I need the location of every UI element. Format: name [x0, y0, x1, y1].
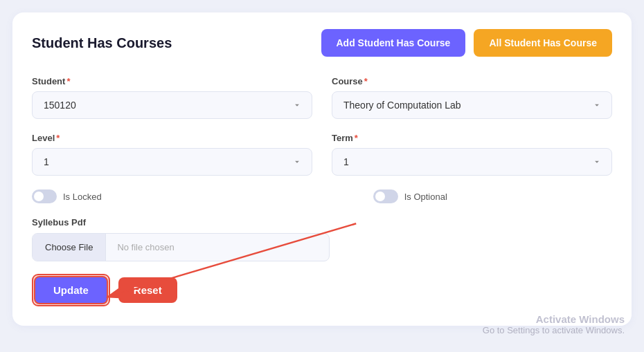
file-input-row: Choose File No file chosen	[32, 233, 330, 261]
is-optional-toggle-item: Is Optional	[373, 189, 447, 203]
is-locked-toggle[interactable]	[32, 189, 57, 203]
level-label: Level*	[32, 133, 312, 143]
file-name-display: No file chosen	[106, 234, 329, 261]
course-group: Course* Theory of Computation Lab	[332, 76, 612, 119]
is-optional-label: Is Optional	[404, 192, 447, 202]
toggle-row: Is Locked Is Optional	[32, 189, 612, 203]
student-select[interactable]: 150120	[32, 91, 312, 119]
is-optional-toggle[interactable]	[373, 189, 398, 203]
all-student-has-course-button[interactable]: All Student Has Course	[474, 29, 612, 57]
student-course-row: Student* 150120 Course* Theory of Comput…	[32, 76, 612, 119]
watermark-subtitle: Go to Settings to activate Windows.	[483, 325, 625, 335]
card-header: Student Has Courses Add Student Has Cour…	[32, 29, 612, 57]
page-title: Student Has Courses	[32, 35, 172, 51]
header-buttons: Add Student Has Course All Student Has C…	[321, 29, 613, 57]
student-group: Student* 150120	[32, 76, 312, 119]
term-select[interactable]: 1	[332, 148, 612, 176]
course-label: Course*	[332, 76, 612, 86]
syllabus-label: Syllebus Pdf	[32, 217, 612, 228]
action-buttons: Update Reset	[32, 274, 612, 306]
course-select[interactable]: Theory of Computation Lab	[332, 91, 612, 119]
student-label: Student*	[32, 76, 312, 86]
level-select[interactable]: 1	[32, 148, 312, 176]
is-locked-toggle-item: Is Locked	[32, 189, 102, 203]
add-student-has-course-button[interactable]: Add Student Has Course	[321, 29, 466, 57]
level-group: Level* 1	[32, 133, 312, 176]
is-locked-label: Is Locked	[63, 192, 102, 202]
choose-file-button[interactable]: Choose File	[33, 234, 106, 261]
update-button[interactable]: Update	[34, 276, 108, 304]
syllabus-section: Syllebus Pdf Choose File No file chosen	[32, 217, 612, 261]
main-card: Student Has Courses Add Student Has Cour…	[12, 12, 632, 326]
level-term-row: Level* 1 Term* 1	[32, 133, 612, 176]
update-button-wrapper: Update	[32, 274, 110, 306]
term-label: Term*	[332, 133, 612, 143]
reset-button[interactable]: Reset	[118, 277, 177, 303]
term-group: Term* 1	[332, 133, 612, 176]
